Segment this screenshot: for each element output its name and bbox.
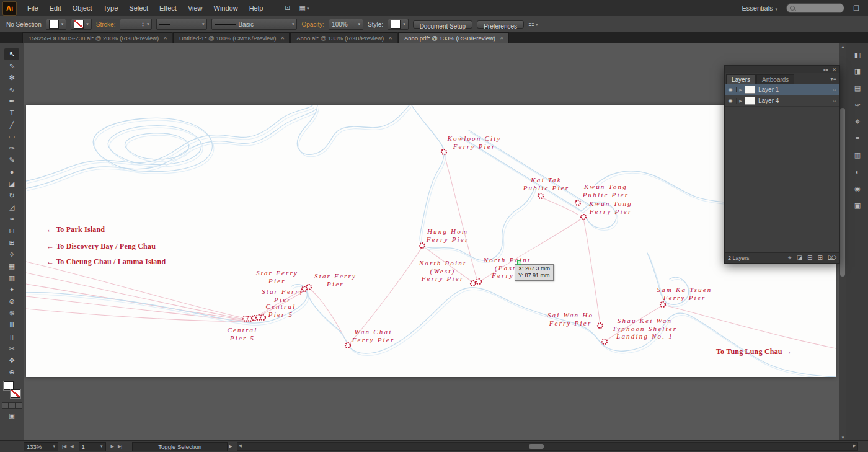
menu-window[interactable]: Window (208, 0, 244, 16)
blend-tool[interactable]: ⊚ (4, 296, 19, 308)
cs-live-icon[interactable]: ❐ (853, 0, 859, 16)
magic-wand-tool[interactable]: ✻ (4, 72, 19, 84)
delete-layer-icon[interactable]: ⌦ (828, 254, 836, 262)
artboard[interactable]: X: 267.3 mm Y: 87.91 mm Kowloon City Fer… (26, 105, 836, 377)
fill-color-swatch[interactable] (4, 381, 14, 390)
direction-label[interactable]: ← To Park Island (46, 225, 105, 234)
scroll-right-icon[interactable]: ▶ (853, 443, 856, 448)
visibility-eye-icon[interactable]: ◉ (725, 98, 737, 104)
menu-file[interactable]: File (22, 0, 44, 16)
pier-label[interactable]: Kwun Tong Public Pier (583, 183, 629, 198)
scroll-left-icon[interactable]: ◀ (239, 443, 242, 448)
pier-label[interactable]: Central Pier 5 (265, 303, 296, 318)
last-artboard-icon[interactable]: ▶| (118, 444, 122, 449)
menu-view[interactable]: View (182, 0, 208, 16)
pier-label[interactable]: Kowloon City Ferry Pier (447, 135, 501, 150)
column-graph-tool[interactable]: Ⅲ (4, 319, 19, 331)
panel-tab-artboards[interactable]: Artboards (756, 74, 794, 84)
align-options-icon[interactable]: ⚏▾ (528, 19, 538, 30)
pier-label[interactable]: Shau Kei Wan Typhoon Shelter Landing No.… (613, 317, 678, 340)
pier-marker[interactable] (660, 302, 665, 307)
stepper-arrows-icon[interactable]: ▲▼ (141, 22, 144, 27)
slice-tool[interactable]: ✂ (4, 343, 19, 355)
tab-close-icon[interactable]: ✕ (280, 35, 285, 41)
search-input[interactable] (786, 3, 844, 13)
pier-label[interactable]: Hung Hom Ferry Pier (427, 228, 469, 243)
preferences-button[interactable]: Preferences (477, 20, 524, 29)
lasso-tool[interactable]: ∿ (4, 84, 19, 95)
layer-target-icon[interactable]: ○ (830, 98, 839, 104)
pier-marker[interactable] (575, 200, 580, 205)
pier-label[interactable]: Kwun Tong Ferry Pier (589, 200, 632, 215)
pen-tool[interactable]: ✒ (4, 95, 19, 107)
vertical-scroll-thumb[interactable] (840, 108, 845, 277)
zoom-tool[interactable]: ⊕ (4, 366, 19, 378)
panel-drag-bar[interactable]: ◂◂ ✕ (725, 66, 839, 73)
blob-brush-tool[interactable]: ● (4, 166, 19, 178)
stroke-weight-stepper[interactable]: ▲▼▾ (120, 19, 152, 30)
draw-behind-mode[interactable] (9, 402, 16, 409)
eyedropper-tool[interactable]: ✦ (4, 284, 19, 296)
brush-definition-dropdown[interactable]: Basic▾ (211, 19, 297, 30)
layer-target-icon[interactable]: ○ (830, 87, 839, 92)
new-sublayer-icon[interactable]: ⊟ (807, 254, 812, 262)
canvas-pasteboard[interactable]: X: 267.3 mm Y: 87.91 mm Kowloon City Fer… (24, 43, 839, 441)
free-transform-tool[interactable]: ⊡ (4, 225, 19, 237)
width-profile-dropdown[interactable]: ▾ (156, 19, 207, 30)
expand-chevron-icon[interactable]: ▶ (737, 99, 745, 103)
direction-label[interactable]: ← To Discovery Bay / Peng Chau (46, 242, 156, 250)
pier-label[interactable]: Central Pier 5 (227, 326, 257, 342)
color-panel-icon[interactable]: ◧ (851, 50, 864, 60)
appearance-panel-icon[interactable]: ◉ (851, 184, 864, 194)
fill-stroke-widget[interactable] (4, 381, 20, 398)
gradient-tool[interactable]: ▥ (4, 272, 19, 284)
make-clip-mask-icon[interactable]: ◪ (797, 254, 802, 262)
rotate-tool[interactable]: ↻ (4, 190, 19, 202)
swatches-panel-icon[interactable]: ▤ (851, 83, 864, 94)
direct-selection-tool[interactable]: ⇖ (4, 60, 19, 72)
transparency-panel-icon[interactable]: ◐ (851, 167, 864, 177)
status-display[interactable]: Toggle Selection (132, 442, 228, 451)
eraser-tool[interactable]: ◪ (4, 178, 19, 190)
new-layer-icon[interactable]: ⊞ (817, 254, 822, 262)
horizontal-scroll-thumb[interactable] (529, 444, 544, 449)
width-tool[interactable]: ≈ (4, 213, 19, 225)
menu-effect[interactable]: Effect (154, 0, 182, 16)
collapse-panel-icon[interactable]: ◂◂ (823, 67, 828, 73)
opacity-panel-link[interactable]: Opacity: (301, 21, 324, 28)
menu-select[interactable]: Select (123, 0, 154, 16)
direction-label[interactable]: ← To Cheung Chau / Lamma Island (46, 257, 166, 266)
document-tab[interactable]: Anno.pdf* @ 133% (RGB/Preview)✕ (398, 32, 509, 43)
menu-object[interactable]: Object (67, 0, 98, 16)
line-segment-tool[interactable]: ╱ (4, 119, 19, 131)
pier-label[interactable]: Sam Ka Tsuen Ferry Pier (657, 286, 712, 301)
status-menu-icon[interactable]: ▶ (229, 444, 232, 449)
pier-label[interactable]: Star Ferry Pier (262, 288, 304, 303)
panel-menu-icon[interactable]: ▾≡ (830, 76, 836, 82)
menu-edit[interactable]: Edit (44, 0, 67, 16)
pier-marker[interactable] (471, 281, 476, 286)
pier-marker[interactable] (306, 285, 311, 290)
layer-row[interactable]: ◉▶Layer 4○ (725, 95, 839, 107)
opacity-dropdown[interactable]: 100%▾ (329, 19, 363, 30)
pier-marker[interactable] (345, 343, 350, 348)
stroke-panel-link[interactable]: Stroke: (96, 21, 116, 28)
menu-type[interactable]: Type (98, 0, 124, 16)
hand-tool[interactable]: ✥ (4, 355, 19, 366)
shape-builder-tool[interactable]: ⊞ (4, 237, 19, 249)
pier-label[interactable]: Star Ferry Pier (314, 272, 356, 288)
pier-marker[interactable] (598, 323, 603, 328)
pier-label[interactable]: Kai Tak Public Pier (523, 176, 570, 192)
previous-artboard-icon[interactable]: ◀ (70, 444, 73, 449)
tab-close-icon[interactable]: ✕ (500, 35, 504, 41)
graphic-styles-panel-icon[interactable]: ▣ (851, 200, 864, 211)
selection-tool[interactable]: ↖ (4, 48, 19, 60)
pier-marker[interactable] (538, 193, 543, 198)
visibility-eye-icon[interactable]: ◉ (725, 87, 737, 92)
type-tool[interactable]: T (4, 107, 19, 119)
draw-inside-mode[interactable] (16, 402, 22, 409)
document-tab[interactable]: Anno.ai* @ 133% (RGB/Preview)✕ (290, 32, 397, 43)
scale-tool[interactable]: ◿ (4, 202, 19, 213)
pier-marker[interactable] (420, 243, 425, 248)
pier-marker[interactable] (476, 279, 481, 284)
